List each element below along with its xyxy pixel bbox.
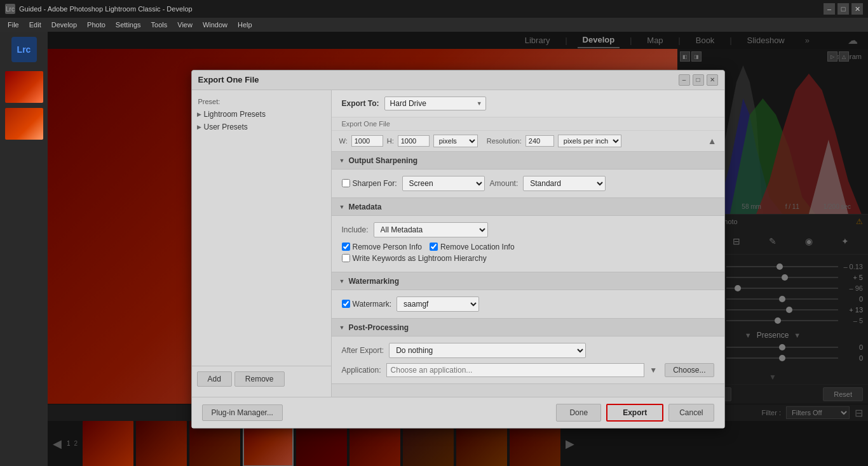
watermarking-header[interactable]: ▼ Watermarking: [332, 272, 724, 290]
amount-label: Amount:: [490, 179, 519, 188]
w-label: W:: [339, 137, 348, 145]
dialog-close-btn[interactable]: ✕: [707, 74, 718, 86]
sharpen-row: Sharpen For: Screen Matte Paper Glossy P…: [342, 176, 714, 191]
sharpen-for-select[interactable]: Screen Matte Paper Glossy Paper: [402, 176, 485, 191]
write-keywords-label[interactable]: Write Keywords as Lightroom Hierarchy: [342, 254, 487, 263]
close-btn[interactable]: ✕: [851, 3, 863, 15]
unit-select[interactable]: pixels inches cm: [433, 135, 478, 147]
export-to-select-wrapper: Hard Drive Email CD/DVD ▼: [384, 97, 486, 110]
h-input[interactable]: [398, 135, 430, 147]
after-export-select[interactable]: Do nothing Show in Explorer Open in Ligh…: [389, 343, 586, 358]
user-presets-triangle: ▶: [197, 124, 201, 130]
include-select[interactable]: All Metadata Copyright Only Copyright & …: [374, 222, 488, 237]
menu-bar: File Edit Develop Photo Settings Tools V…: [0, 18, 868, 32]
watermark-select[interactable]: saamgf None: [397, 296, 479, 312]
done-btn[interactable]: Done: [556, 404, 601, 422]
output-sharpening-header[interactable]: ▼ Output Sharpening: [332, 152, 724, 170]
dialog-maximize-btn[interactable]: □: [693, 74, 704, 86]
user-presets-label: User Presets: [204, 123, 248, 131]
after-export-label: After Export:: [342, 346, 384, 355]
sharpen-checkbox-label[interactable]: Sharpen For:: [342, 179, 397, 188]
post-processing-title: Post-Processing: [348, 323, 409, 332]
sharpen-for-wrapper: Screen Matte Paper Glossy Paper: [402, 176, 485, 191]
add-preset-btn[interactable]: Add: [197, 371, 232, 387]
size-row: W: H: pixels inches cm: [332, 131, 724, 152]
write-keywords-checkbox[interactable]: [342, 254, 350, 262]
export-btn[interactable]: Export: [606, 404, 663, 422]
metadata-header[interactable]: ▼ Metadata: [332, 198, 724, 216]
output-sharpening-title: Output Sharpening: [348, 156, 417, 165]
app-dropdown-icon[interactable]: ▼: [649, 366, 657, 375]
dialog-body: Preset: ▶ Lightroom Presets ▶ User Prese…: [192, 90, 724, 397]
remove-person-text: Remove Person Info: [353, 243, 422, 251]
watermark-checkbox-label[interactable]: Watermark:: [342, 300, 392, 309]
cancel-btn[interactable]: Cancel: [668, 404, 714, 422]
include-row: Include: All Metadata Copyright Only Cop…: [342, 222, 714, 237]
maximize-btn[interactable]: □: [837, 3, 849, 15]
watermark-label: Watermark:: [353, 300, 392, 309]
remove-person-label[interactable]: Remove Person Info: [342, 243, 422, 251]
sidebar-thumb-2[interactable]: [5, 108, 43, 140]
watermark-row: Watermark: saamgf None: [342, 296, 714, 312]
scroll-up-btn[interactable]: ▲: [708, 136, 717, 146]
choose-btn[interactable]: Choose...: [665, 363, 714, 377]
watermarking-content: Watermark: saamgf None: [332, 290, 724, 319]
dialog-presets-panel: Preset: ▶ Lightroom Presets ▶ User Prese…: [192, 90, 332, 397]
menu-view[interactable]: View: [172, 20, 198, 30]
app-logo: Lrc: [11, 37, 37, 62]
menu-window[interactable]: Window: [198, 20, 233, 30]
remove-location-label[interactable]: Remove Location Info: [430, 243, 515, 251]
dialog-scroll-area[interactable]: W: H: pixels inches cm: [332, 131, 724, 397]
watermark-checkbox[interactable]: [342, 300, 350, 308]
export-to-label: Export To:: [342, 99, 379, 108]
resolution-input[interactable]: [526, 135, 554, 147]
metadata-checkboxes: Remove Person Info Remove Location Info: [342, 243, 714, 251]
include-label: Include:: [342, 225, 369, 234]
preset-user[interactable]: ▶ User Presets: [192, 121, 331, 133]
one-file-label: Export One File: [332, 117, 724, 131]
menu-help[interactable]: Help: [233, 20, 257, 30]
after-export-row: After Export: Do nothing Show in Explore…: [342, 343, 714, 358]
remove-location-checkbox[interactable]: [430, 243, 438, 251]
export-to-row: Export To: Hard Drive Email CD/DVD ▼: [332, 90, 724, 117]
remove-person-checkbox[interactable]: [342, 243, 350, 251]
w-input[interactable]: [351, 135, 383, 147]
menu-develop[interactable]: Develop: [46, 20, 82, 30]
amount-select[interactable]: Low Standard High: [523, 176, 606, 191]
output-sharpening-triangle: ▼: [339, 157, 345, 164]
res-unit-select[interactable]: pixels per inch pixels per cm: [558, 135, 621, 147]
post-processing-header[interactable]: ▼ Post-Processing: [332, 319, 724, 336]
h-label: H:: [387, 137, 394, 145]
include-wrapper: All Metadata Copyright Only Copyright & …: [374, 222, 488, 237]
application-row: Application: ▼ Choose...: [342, 363, 714, 377]
menu-tools[interactable]: Tools: [146, 20, 173, 30]
dialog-footer: Plug-in Manager... Done Export Cancel: [192, 397, 724, 428]
metadata-content: Include: All Metadata Copyright Only Cop…: [332, 216, 724, 272]
export-dialog: Export One File – □ ✕ Preset: ▶: [191, 70, 725, 429]
application-input[interactable]: [386, 363, 645, 377]
sidebar-thumb-1[interactable]: [5, 71, 43, 103]
preset-lightroom[interactable]: ▶ Lightroom Presets: [192, 108, 331, 121]
post-processing-content: After Export: Do nothing Show in Explore…: [332, 336, 724, 384]
menu-edit[interactable]: Edit: [24, 20, 46, 30]
dialog-left-bottom: Add Remove: [192, 366, 331, 392]
dialog-minimize-btn[interactable]: –: [679, 74, 690, 86]
remove-location-text: Remove Location Info: [440, 243, 515, 251]
metadata-triangle: ▼: [339, 204, 345, 210]
menu-settings[interactable]: Settings: [111, 20, 146, 30]
app-icon-text: Lrc: [6, 6, 15, 13]
dialog-overlay: Export One File – □ ✕ Preset: ▶: [48, 32, 868, 466]
remove-preset-btn[interactable]: Remove: [234, 371, 285, 387]
title-bar: Lrc Guided - Adobe Photoshop Lightroom C…: [0, 0, 868, 18]
plugin-manager-btn[interactable]: Plug-in Manager...: [202, 404, 283, 421]
minimize-btn[interactable]: –: [824, 3, 835, 15]
watermarking-title: Watermarking: [348, 277, 399, 286]
export-to-select[interactable]: Hard Drive Email CD/DVD: [384, 97, 486, 110]
unit-select-wrapper: pixels inches cm: [433, 135, 478, 147]
sharpen-checkbox[interactable]: [342, 179, 350, 187]
dialog-main-panel: Export To: Hard Drive Email CD/DVD ▼: [332, 90, 724, 397]
write-keywords-text: Write Keywords as Lightroom Hierarchy: [353, 254, 487, 263]
metadata-title: Metadata: [348, 203, 381, 211]
menu-file[interactable]: File: [3, 20, 24, 30]
menu-photo[interactable]: Photo: [82, 20, 111, 30]
